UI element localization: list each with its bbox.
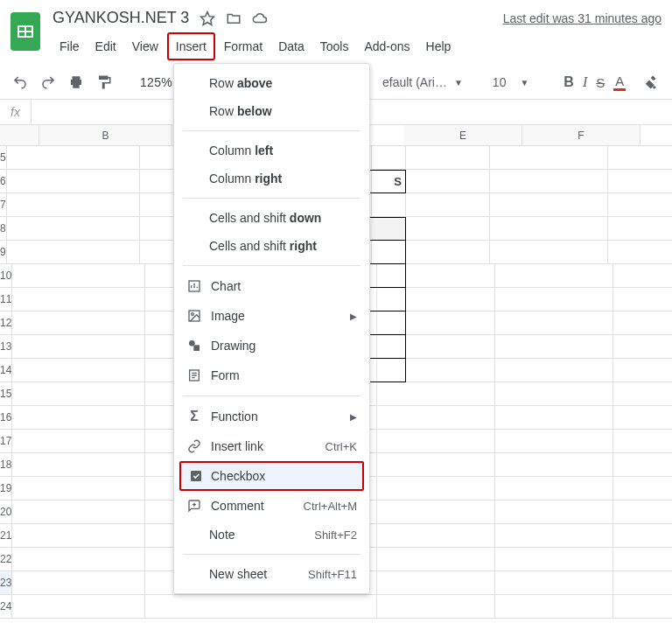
row-header[interactable]: 6 xyxy=(0,170,7,193)
row-header[interactable]: 19 xyxy=(0,477,12,500)
cell[interactable] xyxy=(377,382,495,406)
cell[interactable] xyxy=(495,477,613,500)
text-color-button[interactable]: A xyxy=(613,74,626,91)
menu-help[interactable]: Help xyxy=(419,34,458,59)
cell[interactable] xyxy=(490,146,608,170)
menu-insert[interactable]: Insert xyxy=(167,32,215,60)
strikethrough-button[interactable]: S xyxy=(596,75,605,90)
cell[interactable] xyxy=(613,406,672,430)
cell[interactable] xyxy=(377,548,495,571)
cell[interactable] xyxy=(608,241,672,264)
cell[interactable] xyxy=(613,595,672,619)
row-header[interactable]: 9 xyxy=(0,241,7,264)
font-size-select[interactable]: 10 ▼ xyxy=(493,75,528,89)
cell[interactable] xyxy=(613,524,672,548)
cell[interactable] xyxy=(12,359,145,382)
cell[interactable] xyxy=(495,524,613,548)
menu-item-image[interactable]: Image ▶ xyxy=(174,301,369,331)
cell[interactable] xyxy=(613,548,672,571)
row-header[interactable]: 12 xyxy=(0,312,12,335)
menu-item-form[interactable]: Form xyxy=(174,360,369,390)
column-header[interactable]: F xyxy=(522,125,640,145)
row-header[interactable]: 22 xyxy=(0,548,12,571)
column-header[interactable]: E xyxy=(404,125,522,145)
menu-item-comment[interactable]: Comment Ctrl+Alt+M xyxy=(174,491,369,521)
cell[interactable] xyxy=(490,193,608,217)
cell[interactable] xyxy=(12,477,145,500)
document-title[interactable]: GYANKOSH.NET 3 xyxy=(52,9,189,27)
menu-format[interactable]: Format xyxy=(217,34,270,59)
cell[interactable] xyxy=(7,193,140,217)
redo-icon[interactable] xyxy=(38,73,58,92)
cell[interactable] xyxy=(12,264,145,288)
row-header[interactable]: 21 xyxy=(0,524,12,548)
cell[interactable] xyxy=(7,146,140,170)
cell[interactable] xyxy=(12,288,145,312)
cell[interactable] xyxy=(7,217,140,241)
cell[interactable] xyxy=(495,500,613,524)
undo-icon[interactable] xyxy=(10,73,30,92)
cell[interactable] xyxy=(495,312,613,335)
cell[interactable] xyxy=(613,430,672,453)
cell[interactable] xyxy=(12,312,145,335)
select-all-corner[interactable] xyxy=(0,125,39,145)
row-header[interactable]: 18 xyxy=(0,453,12,477)
row-header[interactable]: 23 xyxy=(0,571,12,595)
cell[interactable] xyxy=(613,312,672,335)
cell[interactable] xyxy=(490,170,608,193)
row-header[interactable]: 11 xyxy=(0,288,12,312)
cell[interactable] xyxy=(613,453,672,477)
cell[interactable] xyxy=(490,241,608,264)
cell[interactable] xyxy=(490,217,608,241)
cell[interactable] xyxy=(495,453,613,477)
menu-view[interactable]: View xyxy=(125,34,165,59)
row-header[interactable]: 24 xyxy=(0,595,12,619)
row-header[interactable]: 13 xyxy=(0,335,12,359)
cell[interactable] xyxy=(12,595,145,619)
menu-addons[interactable]: Add-ons xyxy=(357,34,416,59)
cell[interactable] xyxy=(495,382,613,406)
cell[interactable] xyxy=(12,524,145,548)
cell[interactable] xyxy=(608,193,672,217)
cell[interactable] xyxy=(613,288,672,312)
cell[interactable] xyxy=(608,146,672,170)
sheets-logo-icon[interactable] xyxy=(10,12,40,51)
row-header[interactable]: 8 xyxy=(0,217,7,241)
cell[interactable] xyxy=(12,382,145,406)
cell[interactable] xyxy=(7,170,140,193)
menu-item-new-sheet[interactable]: New sheet Shift+F11 xyxy=(174,560,369,588)
italic-button[interactable]: I xyxy=(583,74,587,90)
cell[interactable] xyxy=(495,571,613,595)
cell[interactable] xyxy=(377,477,495,500)
bold-button[interactable]: B xyxy=(564,74,574,90)
cell[interactable] xyxy=(495,430,613,453)
last-edit-link[interactable]: Last edit was 31 minutes ago xyxy=(503,11,662,25)
star-icon[interactable] xyxy=(200,10,215,26)
cell[interactable] xyxy=(495,548,613,571)
fill-color-icon[interactable] xyxy=(640,73,659,92)
menu-file[interactable]: File xyxy=(52,34,87,59)
zoom-select[interactable]: 125% xyxy=(140,75,172,89)
cell[interactable] xyxy=(608,217,672,241)
cell[interactable] xyxy=(377,453,495,477)
menu-edit[interactable]: Edit xyxy=(88,34,123,59)
cell[interactable] xyxy=(613,335,672,359)
menu-item-column-left[interactable]: Column left xyxy=(174,136,369,164)
font-select[interactable]: efault (Ari… ▼ xyxy=(382,75,463,89)
cell[interactable] xyxy=(377,406,495,430)
menu-item-note[interactable]: Note Shift+F2 xyxy=(174,521,369,549)
menu-item-cells-right[interactable]: Cells and shift right xyxy=(174,232,369,260)
cell[interactable] xyxy=(12,335,145,359)
cell[interactable] xyxy=(377,524,495,548)
menu-tools[interactable]: Tools xyxy=(313,34,356,59)
row-header[interactable]: 14 xyxy=(0,359,12,382)
cell[interactable] xyxy=(12,453,145,477)
print-icon[interactable] xyxy=(66,73,86,92)
column-header[interactable]: B xyxy=(39,125,172,145)
row-header[interactable]: 10 xyxy=(0,264,12,288)
cell[interactable] xyxy=(613,571,672,595)
cloud-status-icon[interactable] xyxy=(252,10,268,26)
cell[interactable] xyxy=(613,477,672,500)
move-folder-icon[interactable] xyxy=(226,10,242,26)
row-header[interactable]: 16 xyxy=(0,406,12,430)
